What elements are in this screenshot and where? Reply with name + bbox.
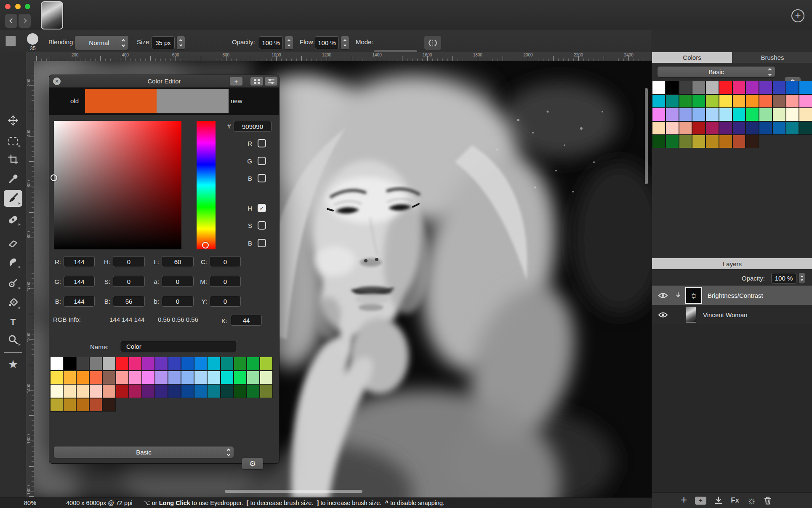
palette-swatch[interactable] <box>102 371 115 385</box>
palette-swatch[interactable] <box>786 94 799 108</box>
channel-checkbox[interactable] <box>258 139 266 147</box>
palette-swatch[interactable] <box>194 384 207 398</box>
channel-checkbox[interactable] <box>258 239 266 247</box>
swatch-grid-view-button[interactable] <box>250 77 263 86</box>
palette-swatch[interactable] <box>181 384 194 398</box>
palette-swatch[interactable] <box>732 121 746 135</box>
visibility-eye-icon[interactable] <box>658 292 668 299</box>
palette-swatch[interactable] <box>207 357 220 371</box>
brush-preview-circle[interactable] <box>27 33 38 45</box>
palette-swatch[interactable] <box>76 384 89 398</box>
minimize-window-button[interactable] <box>15 4 21 9</box>
palette-swatch[interactable] <box>260 384 273 398</box>
channel-checkbox[interactable] <box>258 221 266 230</box>
palette-swatch[interactable] <box>745 108 759 121</box>
adjustment-layer-thumbnail[interactable]: ☼ <box>685 287 702 304</box>
palette-swatch[interactable] <box>679 108 692 121</box>
palette-swatch[interactable] <box>168 384 181 398</box>
crop-tool[interactable] <box>4 151 22 168</box>
palette-swatch[interactable] <box>745 94 759 108</box>
palette-swatch[interactable] <box>194 371 207 385</box>
tab-brushes[interactable]: Brushes <box>732 52 812 63</box>
opacity-stepper[interactable] <box>285 36 293 49</box>
document-thumbnail[interactable] <box>41 1 63 29</box>
palette-swatch[interactable] <box>799 94 812 108</box>
palette-swatch[interactable] <box>234 384 247 398</box>
blending-dropdown[interactable]: Normal <box>75 36 128 50</box>
palette-swatch[interactable] <box>89 371 102 385</box>
palette-swatch[interactable] <box>181 357 194 371</box>
adjustments-button[interactable]: ☼ <box>747 496 756 505</box>
zoom-window-button[interactable] <box>25 4 30 9</box>
size-field[interactable]: 35 px <box>152 36 175 49</box>
palette-swatch[interactable] <box>706 108 719 121</box>
palette-swatch[interactable] <box>786 81 799 94</box>
delete-layer-button[interactable] <box>764 496 772 505</box>
palette-swatch[interactable] <box>89 357 102 371</box>
palette-swatch[interactable] <box>719 108 732 121</box>
palette-swatch[interactable] <box>666 81 679 94</box>
palette-swatch[interactable] <box>719 81 732 94</box>
palette-swatch[interactable] <box>129 371 142 385</box>
palette-swatch[interactable] <box>50 384 63 398</box>
add-swatch-button[interactable]: + <box>230 77 242 86</box>
palette-swatch[interactable] <box>168 371 181 385</box>
layer-opacity-field[interactable]: 100 % <box>771 273 796 283</box>
palette-swatch[interactable] <box>652 135 666 148</box>
palette-swatch[interactable] <box>732 135 746 148</box>
palette-swatch[interactable] <box>129 384 142 398</box>
value-field[interactable]: 0 <box>162 296 194 307</box>
palette-swatch[interactable] <box>719 135 732 148</box>
palette-swatch[interactable] <box>155 371 168 385</box>
back-button[interactable] <box>5 14 17 28</box>
palette-swatch[interactable] <box>260 357 273 371</box>
value-field[interactable]: 0 <box>113 256 145 267</box>
close-window-button[interactable] <box>5 4 11 9</box>
palette-swatch[interactable] <box>181 371 194 385</box>
palette-swatch[interactable] <box>142 357 155 371</box>
colors-preset-dropdown[interactable]: Basic <box>658 67 775 77</box>
rectangular-selection-tool[interactable] <box>4 133 22 150</box>
palette-swatch[interactable] <box>116 357 129 371</box>
channel-checkbox[interactable] <box>258 157 266 165</box>
clone-tool[interactable] <box>4 275 22 291</box>
palette-swatch[interactable] <box>102 384 115 398</box>
palette-swatch[interactable] <box>76 357 89 371</box>
new-color-swatch[interactable] <box>157 89 229 113</box>
value-field[interactable]: 144 <box>64 296 95 307</box>
palette-swatch[interactable] <box>221 371 234 385</box>
palette-swatch[interactable] <box>247 371 260 385</box>
palette-swatch[interactable] <box>142 384 155 398</box>
palette-swatch[interactable] <box>116 371 129 385</box>
palette-swatch[interactable] <box>142 371 155 385</box>
palette-swatch[interactable] <box>799 108 812 121</box>
palette-swatch[interactable] <box>63 398 76 412</box>
hue-slider-marker[interactable] <box>202 242 209 249</box>
palette-swatch[interactable] <box>666 135 679 148</box>
palette-swatch[interactable] <box>692 135 706 148</box>
name-field[interactable]: Color <box>120 341 237 352</box>
palette-swatch[interactable] <box>63 371 76 385</box>
palette-swatch[interactable] <box>155 384 168 398</box>
value-field[interactable]: 144 <box>64 256 95 267</box>
current-color-well[interactable] <box>5 36 16 46</box>
palette-swatch[interactable] <box>732 108 746 121</box>
tab-colors[interactable]: Colors <box>652 52 732 63</box>
palette-swatch[interactable] <box>63 384 76 398</box>
palette-swatch[interactable] <box>745 81 759 94</box>
palette-swatch[interactable] <box>759 94 772 108</box>
palette-swatch[interactable] <box>76 398 89 412</box>
import-button[interactable] <box>714 496 723 505</box>
palette-swatch[interactable] <box>666 121 679 135</box>
horizontal-scrollbar[interactable] <box>225 490 362 493</box>
palette-swatch[interactable] <box>679 94 692 108</box>
palette-swatch[interactable] <box>759 108 772 121</box>
palette-swatch[interactable] <box>221 384 234 398</box>
hue-slider[interactable] <box>197 121 216 249</box>
palette-swatch[interactable] <box>772 108 786 121</box>
palette-swatch[interactable] <box>692 94 706 108</box>
palette-swatch[interactable] <box>50 398 63 412</box>
palette-swatch[interactable] <box>652 94 666 108</box>
palette-swatch[interactable] <box>194 357 207 371</box>
palette-swatch[interactable] <box>155 357 168 371</box>
